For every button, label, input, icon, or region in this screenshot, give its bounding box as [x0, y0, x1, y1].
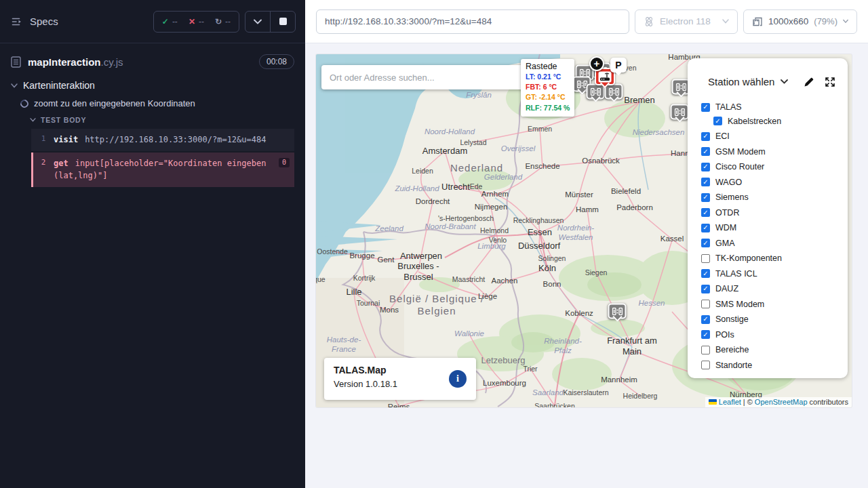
station-filter-item[interactable]: ✓WAGO — [701, 178, 848, 187]
ukraine-flag-icon — [709, 399, 717, 405]
leaflet-map[interactable]: HamburgBremerhavenBremenNiedersachsenHan… — [316, 54, 852, 407]
runner-controls — [245, 11, 296, 33]
station-filter-item[interactable]: ✓GMA — [701, 239, 848, 248]
station-filter-list: ✓TALAS✓Kabelstrecken✓ECI✓GSM Modem✓Cisco… — [688, 96, 848, 370]
station-filter-label: DAUZ — [715, 284, 738, 293]
station-marker[interactable] — [587, 84, 605, 100]
expand-fullscreen-icon[interactable] — [825, 77, 835, 87]
checkbox-checked-icon[interactable]: ✓ — [701, 208, 710, 217]
cluster-marker[interactable]: + — [589, 56, 604, 71]
station-filter-item[interactable]: ✓POIs — [701, 330, 848, 340]
passed-count: -- — [172, 17, 178, 26]
checkbox-checked-icon[interactable]: ✓ — [701, 330, 710, 339]
cypress-reporter: Specs ✓-- ✕-- ↻-- mapInteraction.cy.js 0… — [0, 0, 305, 488]
station-filter-item[interactable]: ✓Kabelstrecken — [713, 117, 848, 126]
station-marker[interactable] — [608, 304, 627, 319]
test-body-toggle[interactable]: TEST BODY — [30, 116, 305, 124]
checkbox-checked-icon[interactable]: ✓ — [713, 117, 722, 125]
station-filter-item[interactable]: SMS Modem — [701, 300, 848, 309]
spec-name: mapInteraction — [28, 56, 101, 68]
spec-row[interactable]: mapInteraction.cy.js 00:08 — [0, 43, 305, 76]
command-log: 1 visithttp://192.168.10.33:3000/?m=12&u… — [31, 129, 294, 187]
command-visit[interactable]: 1 visithttp://192.168.10.33:3000/?m=12&u… — [31, 129, 294, 151]
checkbox-checked-icon[interactable]: ✓ — [701, 224, 710, 232]
checkbox-checked-icon[interactable]: ✓ — [701, 178, 710, 186]
station-filter-item[interactable]: ✓TALAS — [701, 102, 848, 112]
station-filter-item[interactable]: ✓ECI — [701, 131, 848, 141]
station-marker[interactable] — [671, 104, 689, 120]
edit-pencil-icon[interactable] — [804, 77, 814, 87]
station-filter-label: Cisco Router — [715, 162, 764, 171]
viewport-select[interactable]: 1000x660 (79%) — [743, 9, 857, 34]
station-filter-item[interactable]: ✓OTDR — [701, 208, 848, 218]
command-method: get — [54, 159, 68, 168]
station-filter-label: WAGO — [715, 178, 742, 187]
station-filter-item[interactable]: Bereiche — [701, 345, 848, 354]
checkbox-checked-icon[interactable]: ✓ — [701, 315, 710, 324]
station-filter-item[interactable]: ✓TALAS ICL — [701, 269, 848, 279]
station-filter-item[interactable]: ✓DAUZ — [701, 284, 848, 293]
command-number: 1 — [33, 134, 54, 146]
station-filter-label: TK-Komponenten — [715, 253, 782, 263]
checkbox-checked-icon[interactable]: ✓ — [701, 163, 710, 171]
station-filter-label: Kabelstrecken — [728, 117, 781, 126]
test-row[interactable]: zoomt zu den eingegebenen Koordinaten — [20, 98, 305, 108]
test-body-label: TEST BODY — [41, 116, 86, 124]
station-filter-item[interactable]: TK-Komponenten — [701, 253, 848, 263]
tooltip-title: Rastede — [526, 62, 570, 71]
station-filter-label: Sonstige — [715, 314, 749, 324]
station-select-dropdown[interactable]: Station wählen — [708, 76, 788, 87]
checkbox-checked-icon[interactable]: ✓ — [701, 132, 710, 141]
checkbox-unchecked-icon[interactable] — [701, 254, 710, 263]
parking-marker[interactable]: P — [610, 58, 627, 73]
browser-select[interactable]: Electron 118 — [635, 9, 738, 34]
command-get[interactable]: 2 getinput[placeholder="Koordinaten eing… — [31, 152, 294, 187]
tooltip-measurement: LT: 0.21 °C — [526, 72, 570, 82]
station-filter-label: SMS Modem — [715, 300, 764, 309]
tooltip-rows: LT: 0.21 °CFBT: 6 °CGT: -2.14 °CRLF: 77.… — [526, 72, 570, 113]
station-filter-label: TALAS ICL — [715, 269, 757, 279]
station-filter-item[interactable]: Standorte — [701, 361, 848, 370]
command-message: http://192.168.10.33:3000/?m=12&u=484 — [85, 135, 266, 144]
station-filter-label: TALAS — [715, 102, 742, 112]
station-filter-item[interactable]: ✓GSM Modem — [701, 147, 848, 157]
checkbox-unchecked-icon[interactable] — [701, 346, 710, 354]
suite-title: Karteninteraktion — [23, 80, 95, 91]
suite-karteninteraktion[interactable]: Karteninteraktion — [11, 80, 305, 91]
checkbox-unchecked-icon[interactable] — [701, 300, 710, 308]
stop-button[interactable] — [271, 12, 295, 32]
checkbox-checked-icon[interactable]: ✓ — [701, 269, 710, 278]
pending-icon: ↻ — [215, 17, 222, 26]
checkbox-checked-icon[interactable]: ✓ — [701, 103, 710, 112]
leaflet-link[interactable]: Leaflet — [719, 398, 741, 406]
app-version: Version 1.0.18.1 — [334, 379, 467, 389]
chevron-down-icon — [722, 19, 729, 24]
station-marker[interactable] — [605, 84, 623, 100]
app-title: TALAS.Map — [334, 365, 467, 375]
station-filter-item[interactable]: ✓WDM — [701, 223, 848, 232]
collapse-button[interactable] — [245, 12, 270, 32]
geocoder-search — [321, 65, 526, 89]
station-filter-item[interactable]: ✓Siemens — [701, 192, 848, 202]
checkbox-unchecked-icon[interactable] — [701, 361, 710, 369]
station-filter-item[interactable]: ✓Cisco Router — [701, 162, 848, 171]
station-filter-label: OTDR — [715, 208, 739, 218]
checkbox-checked-icon[interactable]: ✓ — [701, 239, 710, 247]
station-filter-label: GSM Modem — [715, 147, 766, 157]
specs-menu-icon[interactable] — [11, 16, 23, 28]
checkbox-checked-icon[interactable]: ✓ — [701, 147, 710, 156]
aut-stage: HamburgBremerhavenBremenNiedersachsenHan… — [305, 43, 868, 488]
station-filter-label: WDM — [715, 223, 736, 232]
version-card: TALAS.Map Version 1.0.18.1 i — [324, 358, 476, 400]
url-input[interactable] — [316, 9, 629, 34]
station-filter-label: Standorte — [715, 361, 752, 370]
checkbox-checked-icon[interactable]: ✓ — [701, 193, 710, 202]
station-filter-item[interactable]: ✓Sonstige — [701, 314, 848, 324]
station-panel: Station wählen ✓TALAS✓Kabelstrecken✓ECI✓… — [688, 58, 848, 378]
command-number: 2 — [33, 157, 54, 182]
osm-link[interactable]: OpenStreetMap — [755, 398, 808, 406]
checkbox-checked-icon[interactable]: ✓ — [701, 285, 710, 293]
info-icon[interactable]: i — [449, 370, 467, 388]
search-input[interactable] — [321, 73, 526, 83]
aut-topbar: Electron 118 1000x660 (79%) — [305, 0, 868, 43]
